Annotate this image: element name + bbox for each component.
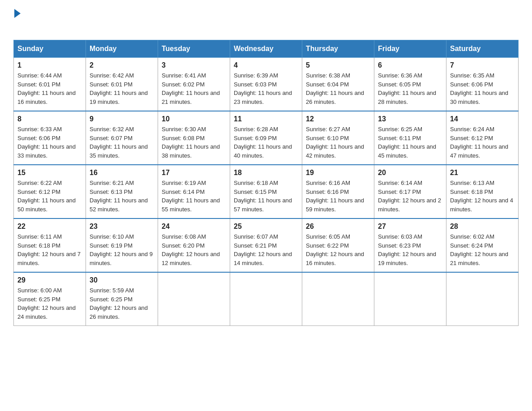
- day-info: Sunrise: 6:00 AM Sunset: 6:25 PM Dayligh…: [17, 286, 82, 321]
- day-info: Sunrise: 6:02 AM Sunset: 6:24 PM Dayligh…: [450, 232, 515, 267]
- day-number: 22: [17, 223, 82, 231]
- calendar-header-cell: Wednesday: [230, 40, 302, 58]
- calendar-day-cell: 11 Sunrise: 6:28 AM Sunset: 6:09 PM Dayl…: [230, 111, 302, 165]
- calendar-day-cell: [302, 272, 374, 326]
- day-number: 28: [450, 223, 515, 231]
- calendar-day-cell: 23 Sunrise: 6:10 AM Sunset: 6:19 PM Dayl…: [86, 218, 158, 272]
- day-number: 10: [162, 115, 226, 123]
- calendar-day-cell: 1 Sunrise: 6:44 AM Sunset: 6:01 PM Dayli…: [14, 58, 86, 111]
- day-info: Sunrise: 6:24 AM Sunset: 6:12 PM Dayligh…: [450, 125, 515, 160]
- day-info: Sunrise: 5:59 AM Sunset: 6:25 PM Dayligh…: [90, 286, 154, 321]
- day-info: Sunrise: 6:18 AM Sunset: 6:15 PM Dayligh…: [234, 179, 298, 214]
- calendar-day-cell: 10 Sunrise: 6:30 AM Sunset: 6:08 PM Dayl…: [158, 111, 230, 165]
- day-info: Sunrise: 6:44 AM Sunset: 6:01 PM Dayligh…: [17, 71, 82, 106]
- calendar-day-cell: 25 Sunrise: 6:07 AM Sunset: 6:21 PM Dayl…: [230, 218, 302, 272]
- day-number: 26: [306, 223, 370, 231]
- day-info: Sunrise: 6:16 AM Sunset: 6:16 PM Dayligh…: [306, 179, 370, 214]
- calendar-week-row: 22 Sunrise: 6:11 AM Sunset: 6:18 PM Dayl…: [14, 218, 519, 272]
- day-number: 20: [378, 169, 442, 177]
- day-info: Sunrise: 6:25 AM Sunset: 6:11 PM Dayligh…: [378, 125, 442, 160]
- day-number: 30: [90, 276, 154, 284]
- calendar-body: 1 Sunrise: 6:44 AM Sunset: 6:01 PM Dayli…: [14, 58, 519, 326]
- calendar-header-cell: Sunday: [14, 40, 86, 58]
- calendar-day-cell: [374, 272, 446, 326]
- day-info: Sunrise: 6:07 AM Sunset: 6:21 PM Dayligh…: [234, 232, 298, 267]
- calendar-day-cell: 7 Sunrise: 6:35 AM Sunset: 6:06 PM Dayli…: [446, 58, 519, 111]
- day-info: Sunrise: 6:27 AM Sunset: 6:10 PM Dayligh…: [306, 125, 370, 160]
- calendar-day-cell: 15 Sunrise: 6:22 AM Sunset: 6:12 PM Dayl…: [14, 165, 86, 218]
- calendar-day-cell: 6 Sunrise: 6:36 AM Sunset: 6:05 PM Dayli…: [374, 58, 446, 111]
- day-number: 17: [162, 169, 226, 177]
- day-number: 19: [306, 169, 370, 177]
- calendar-day-cell: 17 Sunrise: 6:19 AM Sunset: 6:14 PM Dayl…: [158, 165, 230, 218]
- day-info: Sunrise: 6:35 AM Sunset: 6:06 PM Dayligh…: [450, 71, 515, 106]
- day-number: 5: [306, 61, 370, 69]
- calendar-header-row: SundayMondayTuesdayWednesdayThursdayFrid…: [14, 40, 519, 58]
- day-number: 1: [17, 61, 82, 69]
- day-number: 7: [450, 61, 515, 69]
- calendar-week-row: 15 Sunrise: 6:22 AM Sunset: 6:12 PM Dayl…: [14, 165, 519, 218]
- day-info: Sunrise: 6:11 AM Sunset: 6:18 PM Dayligh…: [17, 232, 82, 267]
- calendar-day-cell: [230, 272, 302, 326]
- day-info: Sunrise: 6:32 AM Sunset: 6:07 PM Dayligh…: [90, 125, 154, 160]
- calendar-day-cell: 30 Sunrise: 5:59 AM Sunset: 6:25 PM Dayl…: [86, 272, 158, 326]
- logo: [13, 9, 21, 31]
- calendar-table: SundayMondayTuesdayWednesdayThursdayFrid…: [13, 40, 519, 326]
- calendar-day-cell: 26 Sunrise: 6:05 AM Sunset: 6:22 PM Dayl…: [302, 218, 374, 272]
- day-info: Sunrise: 6:19 AM Sunset: 6:14 PM Dayligh…: [162, 179, 226, 214]
- day-number: 21: [450, 169, 515, 177]
- calendar-header-cell: Monday: [86, 40, 158, 58]
- calendar-day-cell: 28 Sunrise: 6:02 AM Sunset: 6:24 PM Dayl…: [446, 218, 519, 272]
- day-info: Sunrise: 6:30 AM Sunset: 6:08 PM Dayligh…: [162, 125, 226, 160]
- day-info: Sunrise: 6:28 AM Sunset: 6:09 PM Dayligh…: [234, 125, 298, 160]
- day-number: 14: [450, 115, 515, 123]
- day-info: Sunrise: 6:10 AM Sunset: 6:19 PM Dayligh…: [90, 232, 154, 267]
- day-number: 4: [234, 61, 298, 69]
- calendar-day-cell: 14 Sunrise: 6:24 AM Sunset: 6:12 PM Dayl…: [446, 111, 519, 165]
- calendar-day-cell: 13 Sunrise: 6:25 AM Sunset: 6:11 PM Dayl…: [374, 111, 446, 165]
- day-number: 13: [378, 115, 442, 123]
- day-number: 11: [234, 115, 298, 123]
- day-number: 27: [378, 223, 442, 231]
- calendar-week-row: 8 Sunrise: 6:33 AM Sunset: 6:06 PM Dayli…: [14, 111, 519, 165]
- day-info: Sunrise: 6:42 AM Sunset: 6:01 PM Dayligh…: [90, 71, 154, 106]
- calendar-day-cell: 8 Sunrise: 6:33 AM Sunset: 6:06 PM Dayli…: [14, 111, 86, 165]
- day-number: 23: [90, 223, 154, 231]
- day-info: Sunrise: 6:39 AM Sunset: 6:03 PM Dayligh…: [234, 71, 298, 106]
- day-number: 9: [90, 115, 154, 123]
- day-info: Sunrise: 6:21 AM Sunset: 6:13 PM Dayligh…: [90, 179, 154, 214]
- calendar-day-cell: [446, 272, 519, 326]
- day-info: Sunrise: 6:05 AM Sunset: 6:22 PM Dayligh…: [306, 232, 370, 267]
- day-info: Sunrise: 6:13 AM Sunset: 6:18 PM Dayligh…: [450, 179, 515, 214]
- calendar-header-cell: Saturday: [446, 40, 519, 58]
- calendar-day-cell: 9 Sunrise: 6:32 AM Sunset: 6:07 PM Dayli…: [86, 111, 158, 165]
- day-info: Sunrise: 6:22 AM Sunset: 6:12 PM Dayligh…: [17, 179, 82, 214]
- day-number: 2: [90, 61, 154, 69]
- day-info: Sunrise: 6:41 AM Sunset: 6:02 PM Dayligh…: [162, 71, 226, 106]
- calendar-day-cell: 18 Sunrise: 6:18 AM Sunset: 6:15 PM Dayl…: [230, 165, 302, 218]
- calendar-day-cell: 5 Sunrise: 6:38 AM Sunset: 6:04 PM Dayli…: [302, 58, 374, 111]
- calendar-header-cell: Friday: [374, 40, 446, 58]
- day-number: 29: [17, 276, 82, 284]
- calendar-day-cell: 4 Sunrise: 6:39 AM Sunset: 6:03 PM Dayli…: [230, 58, 302, 111]
- calendar-day-cell: 12 Sunrise: 6:27 AM Sunset: 6:10 PM Dayl…: [302, 111, 374, 165]
- day-number: 18: [234, 169, 298, 177]
- calendar-day-cell: 2 Sunrise: 6:42 AM Sunset: 6:01 PM Dayli…: [86, 58, 158, 111]
- calendar-day-cell: 3 Sunrise: 6:41 AM Sunset: 6:02 PM Dayli…: [158, 58, 230, 111]
- day-info: Sunrise: 6:38 AM Sunset: 6:04 PM Dayligh…: [306, 71, 370, 106]
- calendar-header-cell: Tuesday: [158, 40, 230, 58]
- page-header: [13, 9, 519, 31]
- day-info: Sunrise: 6:08 AM Sunset: 6:20 PM Dayligh…: [162, 232, 226, 267]
- logo-arrow-icon: [14, 9, 21, 18]
- day-info: Sunrise: 6:03 AM Sunset: 6:23 PM Dayligh…: [378, 232, 442, 267]
- calendar-day-cell: 20 Sunrise: 6:14 AM Sunset: 6:17 PM Dayl…: [374, 165, 446, 218]
- calendar-day-cell: 21 Sunrise: 6:13 AM Sunset: 6:18 PM Dayl…: [446, 165, 519, 218]
- day-number: 24: [162, 223, 226, 231]
- day-number: 12: [306, 115, 370, 123]
- calendar-week-row: 29 Sunrise: 6:00 AM Sunset: 6:25 PM Dayl…: [14, 272, 519, 326]
- day-info: Sunrise: 6:33 AM Sunset: 6:06 PM Dayligh…: [17, 125, 82, 160]
- day-number: 6: [378, 61, 442, 69]
- calendar-week-row: 1 Sunrise: 6:44 AM Sunset: 6:01 PM Dayli…: [14, 58, 519, 111]
- calendar-day-cell: 19 Sunrise: 6:16 AM Sunset: 6:16 PM Dayl…: [302, 165, 374, 218]
- calendar-day-cell: 16 Sunrise: 6:21 AM Sunset: 6:13 PM Dayl…: [86, 165, 158, 218]
